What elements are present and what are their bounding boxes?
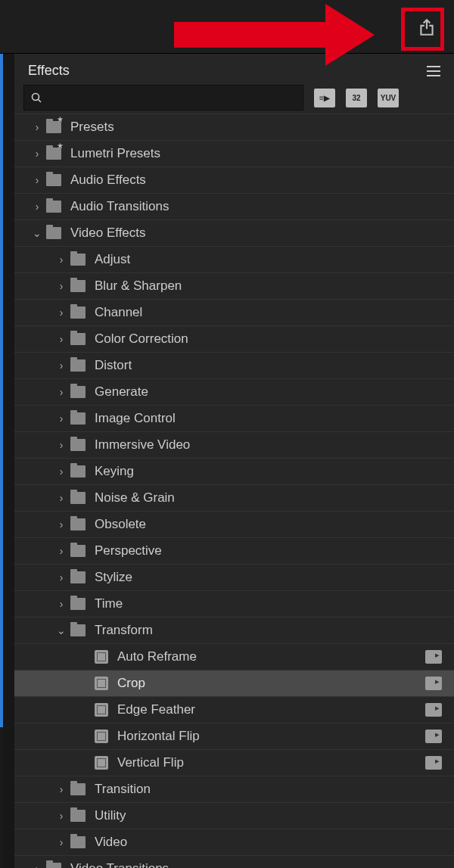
tree-item-label: Stylize: [95, 570, 132, 585]
tree-row[interactable]: ›Obsolete: [14, 512, 454, 538]
chevron-right-icon[interactable]: ›: [52, 254, 70, 266]
tree-item-label: Auto Reframe: [117, 649, 197, 664]
tree-item-label: Keying: [95, 464, 134, 479]
chevron-down-icon[interactable]: ⌄: [52, 624, 70, 636]
chevron-right-icon[interactable]: ›: [52, 386, 70, 398]
export-icon: [417, 17, 437, 37]
chevron-right-icon[interactable]: ›: [52, 280, 70, 292]
chevron-right-icon[interactable]: ›: [52, 598, 70, 610]
panel-menu-button[interactable]: [427, 66, 440, 76]
tree-item-label: Presets: [70, 120, 114, 135]
chevron-down-icon[interactable]: ⌄: [28, 227, 46, 239]
filter-32bit-button[interactable]: 32: [346, 89, 367, 107]
tree-item-label: Noise & Grain: [95, 490, 175, 506]
tree-item-label: Color Correction: [95, 331, 188, 347]
tree-item-label: Obsolete: [95, 517, 146, 532]
accelerated-badge-icon: [425, 650, 442, 664]
tree-row[interactable]: ›Noise & Grain: [14, 485, 454, 512]
svg-line-1: [39, 100, 42, 103]
chevron-right-icon[interactable]: ›: [52, 439, 70, 451]
folder-icon: [46, 174, 61, 186]
chevron-right-icon[interactable]: ›: [52, 836, 70, 848]
tree-row[interactable]: ›Generate: [14, 379, 454, 406]
chevron-right-icon[interactable]: ›: [52, 412, 70, 425]
chevron-right-icon[interactable]: ›: [52, 810, 70, 822]
tree-row[interactable]: ›Audio Effects: [14, 167, 454, 194]
chevron-right-icon[interactable]: ›: [28, 863, 46, 868]
panel-header: Effects: [14, 54, 454, 85]
folder-icon: [46, 863, 61, 868]
tree-item-label: Distort: [95, 358, 132, 373]
tree-item-label: Immersive Video: [95, 437, 190, 453]
panel-gutter: [3, 54, 14, 868]
chevron-right-icon[interactable]: ›: [52, 783, 70, 795]
tree-row[interactable]: ⌄Video Effects: [14, 220, 454, 247]
tree-row[interactable]: Vertical Flip: [14, 750, 454, 776]
accelerated-badge-icon: [425, 677, 442, 690]
effect-icon: [95, 677, 108, 690]
effect-icon: [95, 650, 108, 664]
tree-row[interactable]: ⌄Transform: [14, 618, 454, 644]
tree-item-label: Adjust: [95, 252, 130, 267]
accelerated-badge-icon: [425, 703, 442, 717]
tree-row[interactable]: Edge Feather: [14, 697, 454, 723]
preset-folder-icon: [46, 148, 61, 160]
chevron-right-icon[interactable]: ›: [28, 148, 46, 160]
tree-item-label: Audio Transitions: [70, 199, 169, 214]
tree-row[interactable]: ›Video: [14, 829, 454, 856]
chevron-right-icon[interactable]: ›: [52, 465, 70, 478]
chevron-right-icon[interactable]: ›: [52, 333, 70, 345]
tree-row[interactable]: ›Audio Transitions: [14, 194, 454, 220]
tree-row[interactable]: ›Blur & Sharpen: [14, 273, 454, 300]
tree-item-label: Blur & Sharpen: [95, 278, 182, 294]
tree-row[interactable]: ›Distort: [14, 353, 454, 379]
folder-icon: [70, 306, 86, 319]
chevron-right-icon[interactable]: ›: [52, 492, 70, 504]
chevron-right-icon[interactable]: ›: [52, 571, 70, 583]
folder-icon: [70, 412, 86, 425]
chevron-right-icon[interactable]: ›: [52, 545, 70, 557]
tree-row[interactable]: ›Immersive Video: [14, 432, 454, 459]
tree-item-label: Horizontal Flip: [117, 729, 200, 744]
tree-item-label: Channel: [95, 305, 142, 320]
folder-icon: [70, 386, 86, 398]
effect-icon: [95, 756, 108, 770]
tree-row[interactable]: ›Keying: [14, 459, 454, 485]
tree-row[interactable]: ›Time: [14, 591, 454, 618]
tree-item-label: Transform: [95, 623, 153, 638]
filter-accelerated-button[interactable]: ≡▶: [314, 89, 335, 107]
tree-row[interactable]: ›Channel: [14, 300, 454, 326]
tree-row[interactable]: ›Adjust: [14, 247, 454, 273]
search-input[interactable]: [23, 85, 303, 110]
chevron-right-icon[interactable]: ›: [52, 306, 70, 319]
chevron-right-icon[interactable]: ›: [28, 174, 46, 186]
folder-icon: [70, 254, 86, 266]
tree-item-label: Video Transitions: [70, 861, 169, 868]
chevron-right-icon[interactable]: ›: [28, 201, 46, 213]
tree-row[interactable]: Horizontal Flip: [14, 723, 454, 750]
chevron-right-icon[interactable]: ›: [28, 121, 46, 133]
tree-row[interactable]: ›Color Correction: [14, 326, 454, 353]
filter-yuv-button[interactable]: YUV: [378, 89, 399, 107]
tree-row[interactable]: ›Presets: [14, 114, 454, 141]
tree-item-label: Transition: [95, 782, 151, 797]
tree-row[interactable]: ›Utility: [14, 803, 454, 829]
chevron-right-icon[interactable]: ›: [52, 359, 70, 372]
tree-row[interactable]: ›Image Control: [14, 406, 454, 432]
tree-row[interactable]: ›Lumetri Presets: [14, 141, 454, 167]
effects-tree[interactable]: ›Presets›Lumetri Presets›Audio Effects›A…: [14, 114, 454, 868]
folder-icon: [70, 836, 86, 848]
tree-row[interactable]: ›Perspective: [14, 538, 454, 565]
chevron-right-icon[interactable]: ›: [52, 518, 70, 530]
tree-row[interactable]: ›Video Transitions: [14, 856, 454, 868]
tree-row[interactable]: Auto Reframe: [14, 644, 454, 670]
panel-title: Effects: [28, 63, 70, 79]
preset-folder-icon: [46, 121, 61, 133]
search-icon: [30, 92, 42, 104]
effect-icon: [95, 730, 108, 743]
tree-row[interactable]: ›Transition: [14, 776, 454, 803]
tree-row[interactable]: Crop: [14, 670, 454, 697]
tree-row[interactable]: ›Stylize: [14, 565, 454, 591]
export-button[interactable]: [412, 13, 441, 42]
accelerated-badge-icon: [425, 730, 442, 743]
